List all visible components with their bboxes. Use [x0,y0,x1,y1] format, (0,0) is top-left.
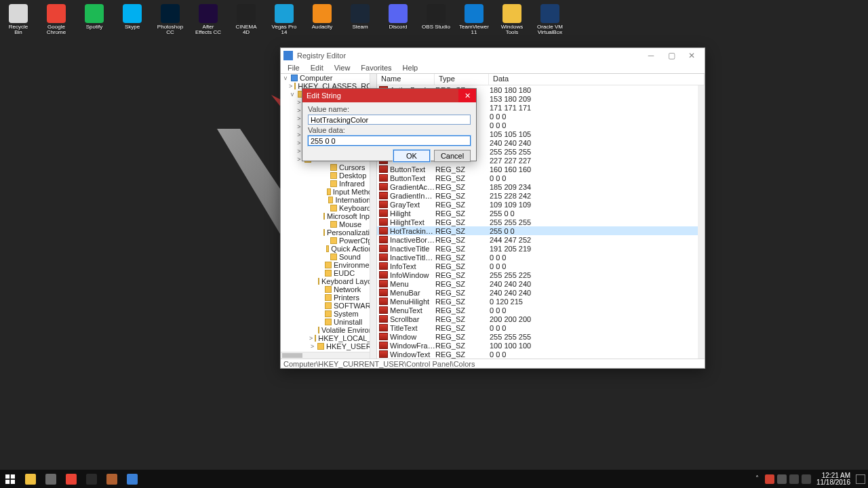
tray-chevron-icon[interactable]: ˄ [753,474,762,484]
minimize-button[interactable]: ─ [641,48,661,63]
desktop-icon[interactable]: Discord [384,4,412,36]
expand-icon[interactable]: > [309,335,313,342]
tree-item[interactable]: Input Method [282,188,376,196]
tree-item[interactable]: Microsoft Input D… [282,212,376,220]
tree-item[interactable]: Uninstall [282,318,376,326]
desktop-icon[interactable]: Vegas Pro 14 [270,4,298,36]
list-row[interactable]: MenuTextREG_SZ0 0 0 [377,306,705,314]
col-type[interactable]: Type [435,74,489,85]
tree-item[interactable]: Environment [282,261,376,269]
list-row[interactable]: InfoTextREG_SZ0 0 0 [377,262,705,270]
tree-item[interactable]: Network [282,285,376,293]
action-center-icon[interactable] [856,474,865,484]
tree-item[interactable]: Mouse [282,220,376,228]
tree-item[interactable]: PowerCfg [282,237,376,245]
clock[interactable]: 12:21 AM 11/18/2016 [814,472,853,486]
expand-icon[interactable]: > [309,343,315,350]
close-button[interactable]: ✕ [682,48,702,63]
list-row[interactable]: HilightTextREG_SZ255 255 255 [377,218,705,226]
col-name[interactable]: Name [377,74,435,85]
tree-item[interactable]: System [282,310,376,318]
desktop-icon[interactable]: Spotify [80,4,108,36]
desktop-icon[interactable]: CINEMA 4D [232,4,260,36]
list-row[interactable]: MenuREG_SZ240 240 240 [377,279,705,288]
snipping-icon[interactable] [41,470,61,488]
desktop-icon[interactable]: OBS Studio [422,4,450,36]
list-row[interactable]: InfoWindowREG_SZ255 255 225 [377,270,705,279]
desktop-icon[interactable]: Google Chrome [42,4,71,36]
list-row[interactable]: WindowFrameREG_SZ100 100 100 [377,341,705,350]
obs-icon[interactable] [81,470,102,488]
tray-security-icon[interactable] [765,474,774,484]
value-data-input[interactable] [308,136,471,146]
tree-item[interactable]: vComputer [282,74,376,82]
tree-item[interactable]: Quick Actions [282,245,376,253]
dialog-close-button[interactable]: ✕ [458,89,476,102]
list-row[interactable]: InactiveBorderREG_SZ244 247 252 [377,235,705,244]
tray-volume-icon[interactable] [802,474,811,484]
tree-item[interactable]: >HKEY_USERS [282,342,376,350]
chrome-icon[interactable] [61,470,81,488]
list-row[interactable]: WindowREG_SZ255 255 255 [377,332,705,341]
list-row[interactable]: HilightREG_SZ255 0 0 [377,209,705,218]
tree-item[interactable]: EUDC [282,269,376,277]
tree-item[interactable]: Volatile Environment [282,326,376,334]
menu-view[interactable]: View [330,63,355,73]
list-vscrollbar[interactable] [698,85,705,359]
tree-item[interactable]: >HKEY_LOCAL_MACHINE [282,334,376,342]
list-row[interactable]: TitleTextREG_SZ0 0 0 [377,323,705,332]
desktop-icon[interactable]: Recycle Bin [4,4,33,36]
list-row[interactable]: GrayTextREG_SZ109 109 109 [377,200,705,209]
file-explorer-icon[interactable] [20,470,41,488]
menu-favorites[interactable]: Favorites [357,63,395,73]
list-row[interactable]: InactiveTitleTextREG_SZ0 0 0 [377,253,705,262]
list-row[interactable]: GradientInactiv…REG_SZ215 228 242 [377,191,705,200]
list-row[interactable]: MenuBarREG_SZ240 240 240 [377,288,705,297]
tree-item[interactable]: Desktop [282,171,376,180]
list-row[interactable]: GradientActiveT…REG_SZ185 209 234 [377,182,705,191]
tree-item[interactable]: Sound [282,253,376,261]
desktop-icon[interactable]: After Effects CC [194,4,222,36]
tray-network-icon[interactable] [789,474,799,484]
list-row[interactable]: ButtonTextREG_SZ160 160 160 [377,165,705,174]
desktop-icon[interactable]: TeamViewer 11 [460,4,488,36]
list-row[interactable]: ButtonTextREG_SZ0 0 0 [377,174,705,182]
titlebar[interactable]: Registry Editor ─ ▢ ✕ [281,48,705,63]
ok-button[interactable]: OK [393,150,430,162]
desktop-icon[interactable]: Photoshop CC [156,4,184,36]
list-row[interactable]: InactiveTitleREG_SZ191 205 219 [377,244,705,253]
menu-edit[interactable]: Edit [307,63,328,73]
tree-item[interactable]: International [282,196,376,204]
desktop-icon[interactable]: Steam [346,4,374,36]
tree-item[interactable]: Personalization [282,228,376,237]
cancel-button[interactable]: Cancel [434,150,471,162]
desktop-icon[interactable]: Windows Tools [498,4,526,36]
list-row[interactable]: ScrollbarREG_SZ200 200 200 [377,314,705,323]
desktop-icon[interactable]: Skype [118,4,146,36]
tray-onedrive-icon[interactable] [777,474,787,484]
regedit-icon[interactable] [122,470,142,488]
list-row[interactable]: HotTrackingColorREG_SZ255 0 0 [377,226,705,235]
list-row[interactable]: WindowTextREG_SZ0 0 0 [377,350,705,359]
tree-item[interactable]: Keyboard [282,204,376,212]
list-row[interactable]: MenuHilightREG_SZ0 120 215 [377,297,705,306]
tree-hscrollbar[interactable] [281,352,370,359]
expand-icon[interactable]: v [282,75,289,81]
tree-item[interactable]: Infrared [282,180,376,188]
expand-icon[interactable]: v [289,91,296,98]
desktop-icon[interactable]: Audacity [308,4,336,36]
menu-file[interactable]: File [283,63,304,73]
dialog-titlebar[interactable]: Edit String ✕ [302,89,476,102]
expand-icon[interactable]: > [289,83,292,89]
list-header[interactable]: Name Type Data [377,74,705,85]
tree-item[interactable]: Keyboard Layout [282,277,376,285]
tree-item[interactable]: SOFTWARE [282,302,376,310]
col-data[interactable]: Data [489,74,705,85]
desktop-icon[interactable]: Oracle VM VirtualBox [536,4,564,36]
app-icon[interactable] [102,470,122,488]
maximize-button[interactable]: ▢ [661,48,682,63]
start-button[interactable] [0,470,20,488]
value-name-input[interactable] [308,115,471,125]
tree-item[interactable]: Printers [282,293,376,302]
menu-help[interactable]: Help [399,63,422,73]
